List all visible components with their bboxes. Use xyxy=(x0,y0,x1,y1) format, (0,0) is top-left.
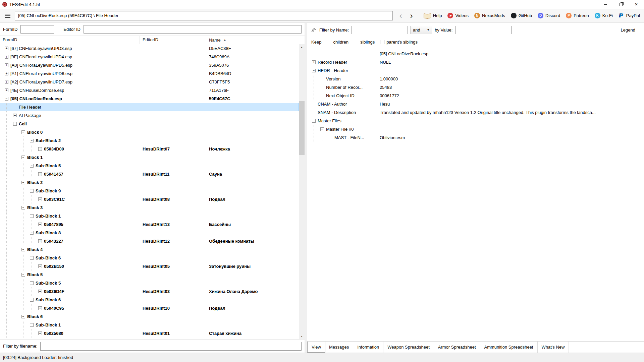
record-title-row[interactable]: [05] CNLocDiveRock.esp xyxy=(307,50,644,58)
toolbar-link-nexusmods[interactable]: NNexusMods xyxy=(474,13,505,18)
expand-icon[interactable]: + xyxy=(5,72,8,75)
filter-filename-input[interactable] xyxy=(40,342,302,351)
collapse-icon[interactable]: − xyxy=(312,69,316,72)
tree-row[interactable]: −Cell xyxy=(0,120,299,128)
tree-scrollbar[interactable]: ▲ ▼ xyxy=(299,44,305,339)
expand-icon[interactable]: + xyxy=(38,239,42,243)
collapse-icon[interactable]: − xyxy=(21,206,25,209)
record-row[interactable]: +Record HeaderNULL xyxy=(307,58,644,66)
collapse-icon[interactable]: − xyxy=(312,119,316,123)
collapse-icon[interactable]: − xyxy=(21,156,25,159)
record-row[interactable]: −HEDR - Header xyxy=(307,66,644,75)
filter-by-value-input[interactable] xyxy=(455,26,512,34)
tab-messages[interactable]: Messages xyxy=(325,342,353,353)
expand-icon[interactable]: + xyxy=(5,80,8,84)
toolbar-link-paypal[interactable]: PPayPal xyxy=(619,13,640,18)
tab-armor-spreadsheet[interactable]: Armor Spreadsheet xyxy=(434,342,480,353)
scroll-down-icon[interactable]: ▼ xyxy=(299,334,305,339)
scroll-up-icon[interactable]: ▲ xyxy=(299,44,305,50)
tree-row[interactable]: +05025680HesuDRInt01Старая хижина xyxy=(0,329,299,338)
expand-icon[interactable]: + xyxy=(38,197,42,201)
pin-icon[interactable] xyxy=(311,27,317,33)
expand-icon[interactable]: + xyxy=(38,223,42,226)
collapse-icon[interactable]: − xyxy=(21,248,25,251)
tree-row[interactable]: +0503C91CHesuDRInt08Подвал xyxy=(0,195,299,203)
scrollbar-thumb[interactable] xyxy=(299,101,305,155)
collapse-icon[interactable]: − xyxy=(30,164,34,168)
keep-children-checkbox[interactable]: children xyxy=(327,40,348,45)
collapse-icon[interactable]: − xyxy=(320,127,324,131)
checkbox-icon[interactable] xyxy=(327,40,331,44)
tree-row[interactable]: −Sub-Block 1 xyxy=(0,212,299,220)
toolbar-link-videos[interactable]: ▶Videos xyxy=(447,13,469,18)
tree-row[interactable]: File Header xyxy=(0,103,299,111)
tree-row[interactable]: +AI Package xyxy=(0,111,299,120)
maximize-button[interactable] xyxy=(613,0,629,9)
checkbox-icon[interactable] xyxy=(354,40,358,44)
column-header-editorid[interactable]: EditorID xyxy=(140,36,206,44)
record-row[interactable]: Number of Recor...25483 xyxy=(307,83,644,92)
record-row[interactable]: CNAM - AuthorHesu xyxy=(307,100,644,108)
tree-row[interactable]: −Sub-Block 8 xyxy=(0,229,299,237)
tree-row[interactable]: +[4E] CNHouseDomrose.esp711A176F xyxy=(0,86,299,95)
tree-row[interactable]: −Block 0 xyxy=(0,128,299,136)
expand-icon[interactable]: + xyxy=(38,306,42,310)
expand-icon[interactable]: + xyxy=(5,63,8,67)
filter-by-name-input[interactable] xyxy=(352,26,408,34)
tree-row[interactable]: −Sub-Block 6 xyxy=(0,254,299,262)
tree-row[interactable]: −Sub-Block 6 xyxy=(0,296,299,304)
collapse-icon[interactable]: − xyxy=(21,181,25,184)
tree-row[interactable]: −Sub-Block 5 xyxy=(0,162,299,170)
expand-icon[interactable]: + xyxy=(38,147,42,151)
tree-row[interactable]: −Sub-Block 5 xyxy=(0,279,299,287)
expand-icon[interactable]: + xyxy=(312,60,316,64)
record-row[interactable]: SNAM - DescriptionTranslated and updated… xyxy=(307,108,644,117)
tree-row[interactable]: −Block 3 xyxy=(0,203,299,212)
keep-parent-s-siblings-checkbox[interactable]: parent's siblings xyxy=(380,40,418,45)
filter-operator-select[interactable]: and ▼ xyxy=(411,26,432,34)
collapse-icon[interactable]: − xyxy=(30,256,34,260)
expand-icon[interactable]: + xyxy=(38,290,42,293)
collapse-icon[interactable]: − xyxy=(30,298,34,302)
collapse-icon[interactable]: − xyxy=(30,281,34,285)
tab-ammunition-spreadsheet[interactable]: Ammunition Spreadsheet xyxy=(480,342,538,353)
tree-row[interactable]: −Sub-Block 9 xyxy=(0,187,299,195)
toolbar-link-ko-fi[interactable]: KKo-Fi xyxy=(595,13,613,18)
collapse-icon[interactable]: − xyxy=(30,189,34,193)
menu-button[interactable] xyxy=(2,10,13,21)
expand-icon[interactable]: + xyxy=(38,172,42,176)
tree-row[interactable]: +05043227HesuDRInt12Обеденные комнаты xyxy=(0,237,299,245)
collapse-icon[interactable]: − xyxy=(21,130,25,134)
collapse-icon[interactable]: − xyxy=(21,315,25,318)
panel-splitter[interactable] xyxy=(305,23,307,353)
formid-input[interactable] xyxy=(20,25,54,34)
collapse-icon[interactable]: − xyxy=(30,231,34,235)
back-button[interactable]: ‹ xyxy=(395,10,406,21)
tree-row[interactable]: +05040C95HesuDRInt10Подвал xyxy=(0,304,299,312)
tree-row[interactable]: −Sub-Block 1 xyxy=(0,321,299,329)
expand-icon[interactable]: + xyxy=(38,331,42,335)
tree-row[interactable]: +[9F] CNFloraLeyawiinUPD4.esp748C969A xyxy=(0,53,299,61)
toolbar-link-github[interactable]: GitHub xyxy=(511,13,532,18)
close-button[interactable]: ✕ xyxy=(629,0,644,9)
collapse-icon[interactable]: − xyxy=(21,273,25,277)
record-row[interactable]: Version1.000000 xyxy=(307,75,644,83)
expand-icon[interactable]: + xyxy=(5,47,8,50)
tab-view[interactable]: View xyxy=(307,342,325,353)
expand-icon[interactable]: + xyxy=(5,55,8,59)
legend-link[interactable]: Legend xyxy=(621,27,635,33)
tree-row[interactable]: −Sub-Block 2 xyxy=(0,136,299,145)
record-row[interactable]: −Master Files xyxy=(307,117,644,125)
tree-row[interactable]: +05047895HesuDRInt13Бассейны xyxy=(0,220,299,229)
tree-row[interactable]: +[67] CNFloraLeyawiinUPD3.espD5EAC38F xyxy=(0,44,299,53)
tree-row[interactable]: +05041457HesuDRInt11Сауна xyxy=(0,170,299,178)
keep-siblings-checkbox[interactable]: siblings xyxy=(354,40,375,45)
tree-row[interactable]: −Block 1 xyxy=(0,153,299,162)
checkbox-icon[interactable] xyxy=(380,40,384,44)
tree-row[interactable]: +0502B150HesuDRInt05Затонувшие руины xyxy=(0,262,299,270)
record-row[interactable]: −Master File #0 xyxy=(307,125,644,133)
tree-row[interactable]: −Block 6 xyxy=(0,312,299,321)
minimize-button[interactable] xyxy=(598,0,613,9)
record-row[interactable]: MAST - FileN...Oblivion.esm xyxy=(307,133,644,142)
tree-row[interactable]: +[A2] CNFloraLeyawiinUPD7.espC73FF5F5 xyxy=(0,78,299,86)
